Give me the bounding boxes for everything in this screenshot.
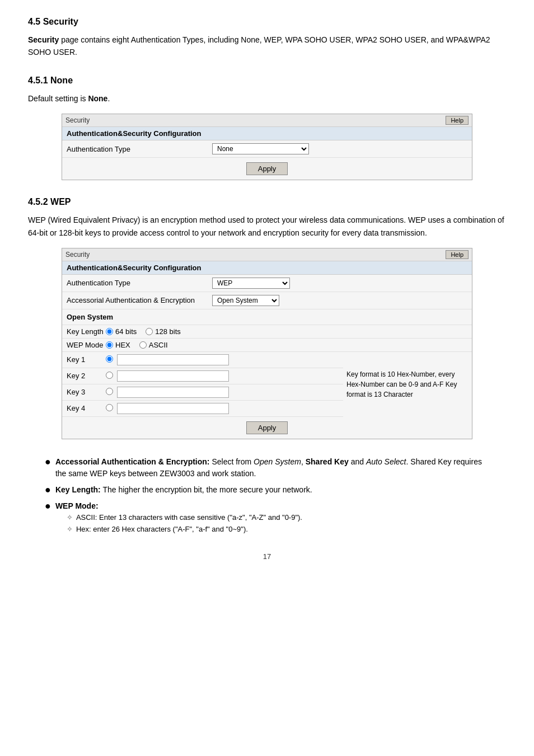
sub-text-0: ASCII: Enter 13 characters with case sen… (76, 512, 302, 524)
key1-radio-wrap (106, 355, 117, 364)
bullet-dot-2: ● (45, 501, 51, 511)
none-auth-type-control: None WEP WPA SOHO USER WPA2 SOHO USER WP… (212, 143, 309, 154)
key1-input[interactable] (117, 354, 229, 365)
wep-mode-sub-list: ✧ ASCII: Enter 13 characters with case s… (67, 512, 302, 536)
wep-mode-hex-radio[interactable] (106, 341, 113, 349)
wep-apply-row: Apply (62, 417, 472, 439)
key1-radio[interactable] (106, 355, 113, 363)
wep-panel-title: Security (65, 251, 90, 259)
none-auth-type-label: Authentication Type (67, 145, 212, 153)
bullet-item-2: ● WEP Mode: ✧ ASCII: Enter 13 characters… (45, 500, 489, 536)
key1-row: Key 1 (62, 352, 343, 368)
key4-input[interactable] (117, 403, 229, 414)
section-4-5: 4.5 Security Security page contains eigh… (28, 17, 506, 59)
wep-mode-hex-label: HEX (115, 341, 130, 349)
wep-accessorial-control: Open System Shared Key Auto Select (212, 295, 279, 306)
bullet-bold-1: Key Length: (55, 485, 101, 494)
bullet-text-2: WEP Mode: ✧ ASCII: Enter 13 characters w… (55, 500, 302, 536)
none-description: Default setting is None. (28, 92, 506, 105)
bullet-text-0: Accessorial Authentication & Encryption:… (55, 456, 489, 480)
none-desc-bold: None (88, 94, 107, 103)
page-number: 17 (28, 552, 506, 561)
diamond-0: ✧ (67, 512, 73, 524)
section-4-5-2: 4.5.2 WEP WEP (Wired Equivalent Privacy)… (28, 197, 506, 439)
wep-mode-ascii-label: ASCII (149, 341, 168, 349)
key3-radio[interactable] (106, 388, 113, 395)
wep-mode-label: WEP Mode (67, 341, 106, 349)
keys-section: Key 1 Key 2 Key 3 (62, 352, 472, 417)
bullet-dot-1: ● (45, 485, 51, 495)
key-length-128-radio[interactable] (146, 328, 153, 335)
key-length-128[interactable]: 128 bits (146, 327, 181, 336)
key-hint: Key format is 10 Hex-Number, every Hex-N… (343, 352, 472, 417)
none-auth-type-row: Authentication Type None WEP WPA SOHO US… (62, 140, 472, 158)
key2-radio[interactable] (106, 372, 113, 379)
wep-mode-ascii[interactable]: ASCII (139, 341, 168, 349)
heading-4-5-1: 4.5.1 None (28, 76, 506, 86)
heading-4-5: 4.5 Security (28, 17, 506, 27)
bullet-list: ● Accessorial Authentication & Encryptio… (45, 456, 489, 536)
key2-input[interactable] (117, 370, 229, 382)
key3-row: Key 3 (62, 384, 343, 401)
key-length-64-radio[interactable] (106, 328, 113, 335)
wep-accessorial-row: Accessorial Authentication & Encryption … (62, 292, 472, 309)
wep-section-header: Authentication&Security Configuration (62, 261, 472, 275)
none-apply-row: Apply (62, 158, 472, 180)
key2-radio-wrap (106, 372, 117, 381)
none-help-button[interactable]: Help (446, 116, 469, 125)
wep-accessorial-label: Accessorial Authentication & Encryption (67, 296, 212, 304)
bullet-item-0: ● Accessorial Authentication & Encryptio… (45, 456, 489, 480)
wep-mode-radios: HEX ASCII (106, 341, 168, 349)
key3-input[interactable] (117, 387, 229, 398)
heading-4-5-2: 4.5.2 WEP (28, 197, 506, 207)
intro-paragraph: Security page contains eight Authenticat… (28, 34, 506, 59)
sub-text-1: Hex: enter 26 Hex characters ("A-F", "a-… (76, 524, 248, 536)
wep-mode-row: WEP Mode HEX ASCII (62, 339, 472, 352)
diamond-1: ✧ (67, 524, 73, 536)
key3-label: Key 3 (67, 388, 106, 396)
wep-description: WEP (Wired Equivalent Privacy) is an enc… (28, 214, 506, 239)
key-length-row: Key Length 64 bits 128 bits (62, 325, 472, 339)
key4-row: Key 4 (62, 401, 343, 417)
wep-auth-type-row: Authentication Type None WEP WPA SOHO US… (62, 275, 472, 292)
open-system-label: Open System (62, 309, 472, 325)
none-section-header: Authentication&Security Configuration (62, 127, 472, 140)
keys-column: Key 1 Key 2 Key 3 (62, 352, 343, 417)
none-apply-button[interactable]: Apply (246, 162, 288, 175)
wep-help-button[interactable]: Help (446, 250, 469, 259)
wep-panel: Security Help Authentication&Security Co… (62, 248, 472, 439)
intro-text: page contains eight Authentication Types… (28, 35, 490, 57)
key1-label: Key 1 (67, 355, 106, 364)
wep-mode-hex[interactable]: HEX (106, 341, 130, 349)
key-length-64[interactable]: 64 bits (106, 327, 137, 336)
key2-row: Key 2 (62, 368, 343, 384)
key4-label: Key 4 (67, 404, 106, 412)
key4-radio[interactable] (106, 404, 113, 411)
wep-mode-ascii-radio[interactable] (139, 341, 147, 349)
bullet-bold-2: WEP Mode: (55, 501, 99, 510)
none-panel: Security Help Authentication&Security Co… (62, 114, 472, 180)
bullet-item-1: ● Key Length: The higher the encryption … (45, 484, 489, 496)
none-desc-suffix: . (107, 94, 110, 103)
bullet-text-1: Key Length: The higher the encryption bi… (55, 484, 312, 496)
key4-radio-wrap (106, 404, 117, 413)
wep-auth-type-label: Authentication Type (67, 279, 212, 287)
key-length-128-label: 128 bits (155, 327, 181, 336)
key3-radio-wrap (106, 388, 117, 397)
none-desc-prefix: Default setting is (28, 94, 88, 103)
wep-auth-type-select[interactable]: None WEP WPA SOHO USER WPA2 SOHO USER (212, 278, 290, 289)
wep-panel-header: Security Help (62, 248, 472, 261)
key-length-64-label: 64 bits (115, 327, 137, 336)
section-4-5-1: 4.5.1 None Default setting is None. Secu… (28, 76, 506, 180)
wep-accessorial-select[interactable]: Open System Shared Key Auto Select (212, 295, 279, 306)
none-panel-header: Security Help (62, 114, 472, 127)
intro-bold: Security (28, 35, 59, 44)
none-auth-type-select[interactable]: None WEP WPA SOHO USER WPA2 SOHO USER WP… (212, 143, 309, 154)
key-length-radios: 64 bits 128 bits (106, 327, 181, 336)
key2-label: Key 2 (67, 372, 106, 380)
wep-auth-type-control: None WEP WPA SOHO USER WPA2 SOHO USER (212, 278, 290, 289)
wep-apply-button[interactable]: Apply (246, 421, 288, 434)
none-panel-title: Security (65, 116, 90, 124)
sub-item-1: ✧ Hex: enter 26 Hex characters ("A-F", "… (67, 524, 302, 536)
key-length-label: Key Length (67, 327, 106, 336)
